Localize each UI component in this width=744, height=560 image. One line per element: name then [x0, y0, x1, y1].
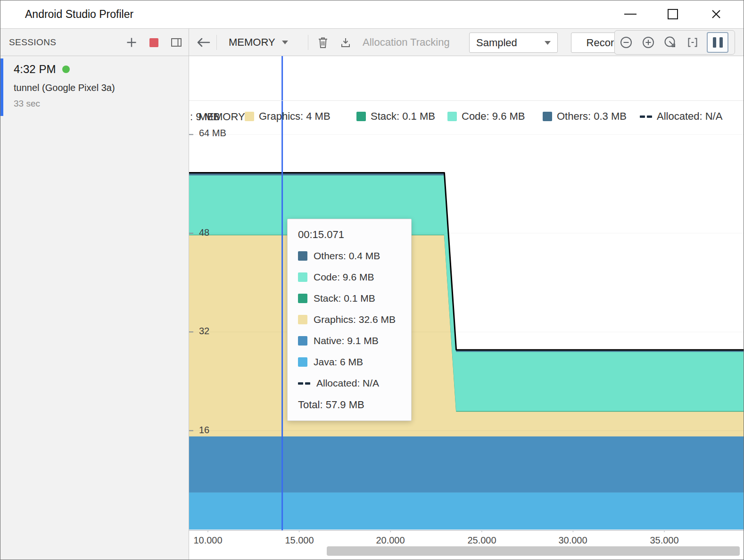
- pause-live-button[interactable]: [707, 32, 728, 53]
- session-duration: 33 sec: [14, 99, 40, 109]
- session-item[interactable]: 4:32 PM tunnel (Google Pixel 3a) 33 sec: [0, 56, 189, 118]
- maximize-icon: [668, 9, 678, 19]
- zoom-out-icon: [620, 36, 633, 49]
- live-indicator-dot: [62, 66, 70, 73]
- window-title: Android Studio Profiler: [25, 0, 133, 28]
- y-axis-label-32: 32: [199, 326, 209, 337]
- tooltip-row-stack: Stack: 0.1 MB: [298, 293, 401, 304]
- legend-item-stack: Stack: 0.1 MB: [356, 110, 435, 123]
- legend-item-others: Others: 0.3 MB: [543, 110, 627, 123]
- tooltip-row-label: Java: 6 MB: [314, 356, 363, 368]
- profiler-toolbar: MEMORY Allocation Tracking Sampled Recor…: [189, 29, 744, 56]
- heap-dump-button[interactable]: [335, 32, 356, 53]
- zoom-controls-panel: [614, 30, 735, 55]
- x-axis-label: 10.000: [193, 535, 222, 546]
- minimize-button[interactable]: [617, 1, 644, 27]
- legend-item-allocated: Allocated: N/A: [640, 110, 722, 123]
- pause-icon: [719, 37, 723, 48]
- graphics-swatch-icon: [245, 112, 254, 121]
- reset-zoom-button[interactable]: [659, 32, 681, 53]
- tooltip-row-label: Graphics: 32.6 MB: [314, 314, 396, 325]
- legend-label: Code: 9.6 MB: [462, 110, 525, 123]
- zoom-to-selection-button[interactable]: [681, 32, 703, 53]
- x-axis-label: 35.000: [650, 535, 678, 546]
- sessions-panel: SESSIONS 4:32 PM tunnel (Google Pixel 3a…: [0, 29, 189, 560]
- legend-item-graphics: Graphics: 4 MB: [245, 110, 331, 123]
- x-axis-label: 30.000: [558, 535, 587, 546]
- chevron-down-icon: [545, 41, 551, 45]
- tooltip-row-native: Native: 9.1 MB: [298, 335, 401, 346]
- code-swatch-icon: [298, 272, 307, 282]
- heap-dump-icon: [340, 37, 351, 48]
- memory-timeline-area: : 9 MB MEMORY Graphics: 4 MB Stack: 0.1 …: [189, 56, 744, 560]
- graphics-swatch-icon: [298, 315, 307, 324]
- maximize-button[interactable]: [660, 1, 686, 27]
- stack-swatch-icon: [356, 112, 366, 121]
- allocated-dash-icon: [298, 382, 310, 385]
- tooltip-row-java: Java: 6 MB: [298, 356, 401, 368]
- add-session-button[interactable]: [121, 32, 142, 53]
- tooltip-row-label: Native: 9.1 MB: [314, 335, 379, 346]
- zoom-in-icon: [642, 36, 655, 49]
- tooltip-row-label: Others: 0.4 MB: [314, 250, 380, 262]
- pause-icon: [713, 37, 716, 48]
- tooltip-row-graphics: Graphics: 32.6 MB: [298, 314, 401, 325]
- collapse-panel-button[interactable]: [166, 32, 187, 53]
- x-axis-label: 20.000: [376, 535, 405, 546]
- legend-label: Others: 0.3 MB: [557, 110, 627, 123]
- y-axis-label-64: 64 MB: [199, 128, 226, 139]
- horizontal-scrollbar-thumb[interactable]: [327, 546, 740, 556]
- chevron-down-icon: [282, 41, 288, 44]
- session-name: tunnel (Google Pixel 3a): [14, 82, 115, 93]
- back-arrow-icon: [196, 37, 210, 48]
- sampling-mode-value: Sampled: [476, 37, 517, 49]
- legend-item-code: Code: 9.6 MB: [447, 110, 525, 123]
- java-swatch-icon: [298, 357, 307, 367]
- back-button[interactable]: [193, 32, 214, 53]
- panel-icon: [171, 38, 182, 47]
- legend-label: Stack: 0.1 MB: [371, 110, 435, 123]
- titlebar: Android Studio Profiler: [0, 0, 744, 29]
- legend-label: Allocated: N/A: [657, 110, 722, 123]
- x-axis-label: 25.000: [467, 535, 496, 546]
- others-swatch-icon: [543, 112, 552, 121]
- memory-stacked-area-chart[interactable]: [189, 56, 744, 532]
- tooltip-row-allocated: Allocated: N/A: [298, 378, 401, 389]
- tooltip-total: Total: 57.9 MB: [298, 399, 401, 411]
- sessions-header: SESSIONS: [0, 29, 189, 56]
- tooltip-row-label: Stack: 0.1 MB: [314, 293, 375, 304]
- zoom-out-button[interactable]: [615, 32, 637, 53]
- stack-swatch-icon: [298, 294, 307, 303]
- y-axis-label-16: 16: [199, 425, 209, 436]
- sampling-mode-select[interactable]: Sampled: [469, 33, 558, 53]
- toolbar-divider: [216, 35, 217, 50]
- delete-session-button[interactable]: [313, 32, 333, 53]
- legend-label: Graphics: 4 MB: [259, 110, 331, 123]
- allocation-tracking-label: Allocation Tracking: [363, 29, 450, 56]
- code-swatch-icon: [447, 112, 457, 121]
- tooltip-timestamp: 00:15.071: [298, 229, 401, 241]
- y-axis-label-48: 48: [199, 227, 209, 238]
- session-time: 4:32 PM: [14, 63, 70, 76]
- close-button[interactable]: [703, 1, 729, 27]
- zoom-in-button[interactable]: [637, 32, 659, 53]
- x-axis-label: 15.000: [285, 535, 314, 546]
- profiler-window: Android Studio Profiler SESSIONS: [0, 0, 744, 560]
- minimize-icon: [624, 14, 637, 15]
- toolbar-divider: [308, 35, 308, 50]
- tooltip-row-label: Code: 9.6 MB: [314, 272, 374, 283]
- timeline-strip-divider: [189, 100, 744, 101]
- plus-icon: [126, 37, 137, 48]
- profiler-type-dropdown[interactable]: MEMORY: [222, 32, 295, 53]
- profiler-type-label: MEMORY: [229, 36, 275, 49]
- others-swatch-icon: [298, 251, 307, 261]
- trash-icon: [317, 36, 329, 49]
- native-swatch-icon: [298, 336, 307, 346]
- stop-session-button[interactable]: [143, 32, 164, 53]
- tooltip-row-label: Allocated: N/A: [316, 378, 379, 389]
- close-icon: [711, 8, 722, 20]
- session-selected-accent: [0, 58, 3, 116]
- chart-title: MEMORY: [198, 111, 245, 123]
- session-time-label: 4:32 PM: [14, 63, 56, 76]
- sessions-title: SESSIONS: [9, 29, 56, 56]
